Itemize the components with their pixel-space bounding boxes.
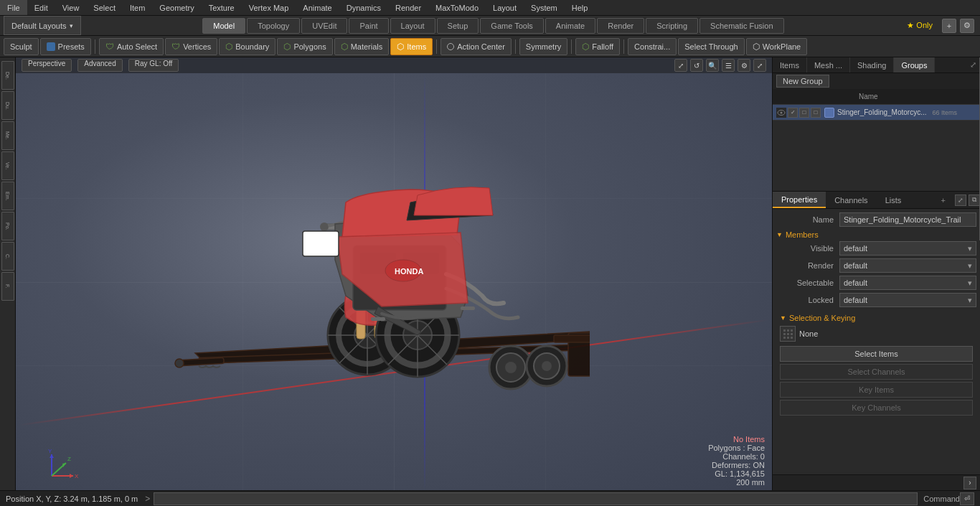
action-center-button[interactable]: Action Center xyxy=(440,38,512,55)
pp-tab-channels[interactable]: Channels xyxy=(826,192,876,208)
settings-icon[interactable]: ⚙ xyxy=(960,19,974,33)
layout-dropdown[interactable]: Default Layouts ▾ xyxy=(4,16,81,35)
side-tool-po[interactable]: Po. xyxy=(1,212,14,240)
items-button[interactable]: ⬡ Items xyxy=(390,38,433,55)
svg-point-24 xyxy=(320,222,329,231)
select-items-button[interactable]: Select Items xyxy=(780,346,973,362)
layout-tab-scripting[interactable]: Scripting xyxy=(646,18,698,34)
side-tool-em[interactable]: Em. xyxy=(1,182,14,210)
select-channels-button[interactable]: Select Channels xyxy=(780,364,973,380)
vp-icon-4[interactable]: ☰ xyxy=(722,59,735,72)
key-channels-button[interactable]: Key Channels xyxy=(780,400,973,416)
presets-button[interactable]: Presets xyxy=(40,38,91,55)
advanced-button[interactable]: Advanced xyxy=(77,59,122,72)
vertices-icon: 🛡 xyxy=(171,42,180,52)
layout-tab-render[interactable]: Render xyxy=(597,18,644,34)
side-tool-ve[interactable]: Ve. xyxy=(1,151,14,180)
polygons-button[interactable]: ⬡ Polygons xyxy=(277,38,332,55)
vp-icon-expand[interactable]: ⤢ xyxy=(753,59,766,72)
menu-dynamics[interactable]: Dynamics xyxy=(339,0,388,15)
menu-item[interactable]: Item xyxy=(123,0,152,15)
sculpt-button[interactable]: Sculpt xyxy=(4,38,39,55)
vis-extra-icon[interactable]: □ xyxy=(811,108,821,118)
item-row-1[interactable]: ✓ □ □ Stinger_Folding_Motorcyc... 66 Ite… xyxy=(773,105,980,121)
layout-tab-animate[interactable]: Animate xyxy=(545,18,595,34)
menu-select[interactable]: Select xyxy=(86,0,123,15)
layout-tab-paint[interactable]: Paint xyxy=(349,18,388,34)
rp-tab-shading[interactable]: Shading xyxy=(850,57,894,72)
pp-name-input[interactable] xyxy=(839,212,976,227)
symmetry-button[interactable]: Symmetry xyxy=(519,38,568,55)
materials-button[interactable]: ⬡ Materials xyxy=(334,38,390,55)
side-tool-dup[interactable]: Du. xyxy=(1,91,14,120)
materials-icon: ⬡ xyxy=(341,42,348,52)
rp-expand-icon[interactable]: ⤢ xyxy=(966,60,980,70)
boundary-button[interactable]: ⬡ Boundary xyxy=(219,38,275,55)
item-list-columns: Name xyxy=(773,89,980,105)
layout-tab-game-tools[interactable]: Game Tools xyxy=(480,18,544,34)
menu-view[interactable]: View xyxy=(55,0,87,15)
side-tool-mes[interactable]: Me. xyxy=(1,121,14,150)
auto-select-button[interactable]: 🛡 Auto Select xyxy=(99,38,164,55)
menu-maxtomodo[interactable]: MaxToModo xyxy=(428,0,486,15)
key-items-button[interactable]: Key Items xyxy=(780,382,973,398)
vertices-button[interactable]: 🛡 Vertices xyxy=(165,38,217,55)
menu-system[interactable]: System xyxy=(524,0,565,15)
constrai-button[interactable]: Constrai... xyxy=(628,38,677,55)
side-tool-c[interactable]: C. xyxy=(1,242,14,271)
pp-selectable-select[interactable]: default ▾ xyxy=(839,276,976,290)
menu-vertex-map[interactable]: Vertex Map xyxy=(242,0,296,15)
pp-tab-properties[interactable]: Properties xyxy=(773,192,826,208)
layout-tab-uvedit[interactable]: UVEdit xyxy=(301,18,347,34)
layout-tab-topology[interactable]: Topology xyxy=(247,18,300,34)
layout-tab-setup[interactable]: Setup xyxy=(437,18,479,34)
workplane-icon: ⬡ xyxy=(753,42,760,52)
menu-layout[interactable]: Layout xyxy=(486,0,524,15)
star-badge: ★ Only xyxy=(901,21,938,30)
pp-locked-select[interactable]: default ▾ xyxy=(839,293,976,307)
rp-tab-groups[interactable]: Groups xyxy=(894,57,935,72)
menu-help[interactable]: Help xyxy=(565,0,595,15)
perspective-button[interactable]: Perspective xyxy=(22,59,72,72)
pp-members-section[interactable]: ▼ Members xyxy=(776,230,976,239)
vp-icon-2[interactable]: ↺ xyxy=(690,59,703,72)
workplane-button[interactable]: ⬡ WorkPlane xyxy=(746,38,808,55)
menu-render[interactable]: Render xyxy=(388,0,428,15)
layout-tab-schematic[interactable]: Schematic Fusion xyxy=(699,18,783,34)
ray-gl-button[interactable]: Ray GL: Off xyxy=(128,59,179,72)
pp-visible-select[interactable]: default ▾ xyxy=(839,241,976,256)
vp-icon-1[interactable]: ⤢ xyxy=(674,59,687,72)
sel-keying-header[interactable]: ▼ Selection & Keying xyxy=(780,314,973,322)
side-tool-de[interactable]: De. xyxy=(1,61,14,90)
pp-icon-2[interactable]: ⧉ xyxy=(969,195,980,206)
select-through-button[interactable]: Select Through xyxy=(678,38,744,55)
add-layout-tab-button[interactable]: + xyxy=(942,19,956,33)
cmd-enter-button[interactable]: ⏎ xyxy=(960,492,974,505)
vis-lock-icon[interactable]: □ xyxy=(799,108,809,118)
pp-tab-add-button[interactable]: + xyxy=(936,196,951,205)
scroll-right-button[interactable]: › xyxy=(963,477,976,489)
pp-icon-1[interactable]: ⤢ xyxy=(955,195,966,206)
falloff-button[interactable]: ⬡ Falloff xyxy=(575,38,620,55)
side-tool-f[interactable]: F. xyxy=(1,272,14,301)
command-input[interactable] xyxy=(154,492,918,505)
svg-rect-40 xyxy=(371,317,385,321)
new-group-button[interactable]: New Group xyxy=(776,75,829,88)
pp-tab-lists[interactable]: Lists xyxy=(877,192,910,208)
vp-icon-5[interactable]: ⚙ xyxy=(738,59,750,72)
viewport[interactable]: Perspective Advanced Ray GL: Off ⤢ ↺ 🔍 ☰… xyxy=(16,57,772,490)
vis-eye-icon[interactable] xyxy=(776,108,786,118)
pp-render-select[interactable]: default ▾ xyxy=(839,258,976,273)
menu-edit[interactable]: Edit xyxy=(27,0,55,15)
vp-icon-3[interactable]: 🔍 xyxy=(706,59,719,72)
menu-animate[interactable]: Animate xyxy=(296,0,339,15)
vis-check-icon[interactable]: ✓ xyxy=(788,108,798,118)
rp-tab-items[interactable]: Items xyxy=(773,57,807,72)
rp-tab-mesh[interactable]: Mesh ... xyxy=(807,57,850,72)
menu-texture[interactable]: Texture xyxy=(202,0,242,15)
menu-geometry[interactable]: Geometry xyxy=(152,0,201,15)
layout-tab-model[interactable]: Model xyxy=(202,18,245,34)
layout-tab-layout[interactable]: Layout xyxy=(390,18,435,34)
separator-1 xyxy=(95,39,95,54)
menu-file[interactable]: File xyxy=(0,0,27,15)
